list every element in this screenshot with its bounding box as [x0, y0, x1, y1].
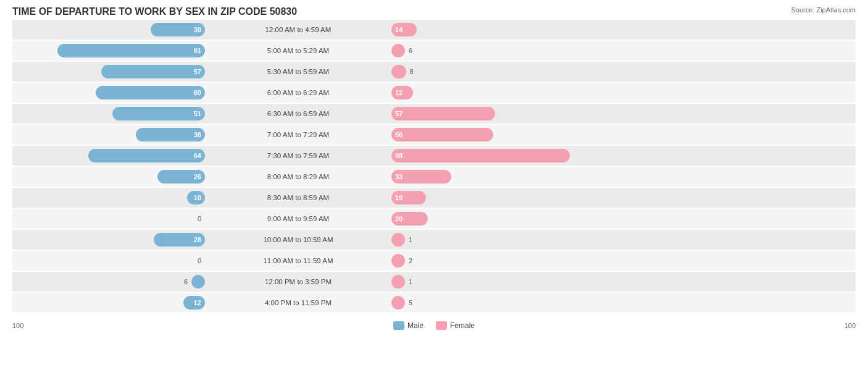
- female-bar: 56: [391, 128, 493, 141]
- chart-row: 011:00 AM to 11:59 AM2: [12, 251, 856, 271]
- male-value-zero: 0: [198, 257, 201, 264]
- left-section: 0: [12, 257, 210, 264]
- female-value-outside: 5: [409, 299, 412, 306]
- right-section: 6: [386, 44, 584, 57]
- right-section: 20: [386, 212, 584, 226]
- time-label: 7:30 AM to 7:59 AM: [210, 152, 386, 159]
- male-bar: 12: [183, 296, 205, 310]
- male-bar: 64: [88, 149, 205, 162]
- axis-right-label: 100: [825, 322, 856, 329]
- left-section: 30: [12, 23, 210, 36]
- female-bar: 20: [391, 212, 428, 226]
- right-section: 98: [386, 149, 584, 162]
- left-section: 10: [12, 191, 210, 205]
- male-bar: 26: [157, 170, 205, 184]
- female-bar: 14: [391, 23, 417, 36]
- right-section: 5: [386, 296, 584, 310]
- chart-row: 606:00 AM to 6:29 AM12: [12, 83, 856, 103]
- female-value-outside: 1: [409, 236, 412, 243]
- left-section: 57: [12, 65, 210, 78]
- right-section: 19: [386, 191, 584, 205]
- female-value-outside: 2: [409, 257, 412, 264]
- female-bar: [391, 254, 405, 268]
- chart-row: 09:00 AM to 9:59 AM20: [12, 209, 856, 229]
- time-label: 10:00 AM to 10:59 AM: [210, 236, 386, 243]
- chart-title: TIME OF DEPARTURE TO WORK BY SEX IN ZIP …: [12, 6, 856, 17]
- right-section: 57: [386, 107, 584, 120]
- male-value-outside: 6: [184, 278, 188, 285]
- male-bar: 51: [112, 107, 205, 120]
- legend-female: Female: [436, 321, 475, 330]
- chart-row: 647:30 AM to 7:59 AM98: [12, 146, 856, 166]
- chart-row: 612:00 PM to 3:59 PM1: [12, 272, 856, 292]
- left-section: 38: [12, 128, 210, 141]
- left-section: 60: [12, 86, 210, 99]
- chart-legend: Male Female: [393, 321, 475, 330]
- female-bar: [391, 275, 405, 289]
- legend-female-box: [436, 321, 447, 330]
- left-section: 26: [12, 170, 210, 184]
- female-value-outside: 6: [409, 47, 412, 54]
- right-section: 14: [386, 23, 584, 36]
- left-section: 12: [12, 296, 210, 310]
- right-section: 33: [386, 170, 584, 184]
- right-section: 1: [386, 233, 584, 247]
- legend-female-label: Female: [450, 321, 475, 330]
- left-section: 64: [12, 149, 210, 162]
- chart-source: Source: ZipAtlas.com: [791, 6, 856, 14]
- chart-row: 3012:00 AM to 4:59 AM14: [12, 20, 856, 40]
- time-label: 11:00 AM to 11:59 AM: [210, 257, 386, 264]
- time-label: 9:00 AM to 9:59 AM: [210, 215, 386, 222]
- chart-row: 108:30 AM to 8:59 AM19: [12, 188, 856, 208]
- male-bar: [191, 275, 205, 289]
- chart-container: TIME OF DEPARTURE TO WORK BY SEX IN ZIP …: [0, 0, 868, 367]
- legend-male-box: [393, 321, 404, 330]
- legend-male-label: Male: [407, 321, 424, 330]
- right-section: 8: [386, 65, 584, 78]
- right-section: 56: [386, 128, 584, 141]
- left-section: 0: [12, 215, 210, 222]
- left-section: 6: [12, 275, 210, 289]
- female-bar: [391, 233, 405, 247]
- female-bar: [391, 65, 406, 78]
- chart-row: 387:00 AM to 7:29 AM56: [12, 125, 856, 145]
- right-section: 12: [386, 86, 584, 99]
- male-value-zero: 0: [198, 215, 201, 222]
- chart-row: 2810:00 AM to 10:59 AM1: [12, 230, 856, 250]
- male-bar: 30: [151, 23, 206, 36]
- chart-row: 124:00 PM to 11:59 PM5: [12, 293, 856, 313]
- chart-row: 516:30 AM to 6:59 AM57: [12, 104, 856, 124]
- chart-row: 815:00 AM to 5:29 AM6: [12, 41, 856, 61]
- male-bar: 57: [101, 65, 205, 78]
- right-section: 2: [386, 254, 584, 268]
- right-section: 1: [386, 275, 584, 289]
- female-bar: 57: [391, 107, 495, 120]
- male-bar: 10: [187, 191, 206, 205]
- axis-left-label: 100: [12, 322, 43, 329]
- time-label: 7:00 AM to 7:29 AM: [210, 131, 386, 138]
- left-section: 81: [12, 44, 210, 57]
- chart-area: 3012:00 AM to 4:59 AM14815:00 AM to 5:29…: [12, 20, 856, 319]
- male-bar: 38: [136, 128, 205, 141]
- time-label: 12:00 PM to 3:59 PM: [210, 278, 386, 285]
- chart-row: 575:30 AM to 5:59 AM8: [12, 62, 856, 82]
- time-label: 6:00 AM to 6:29 AM: [210, 89, 386, 96]
- time-label: 12:00 AM to 4:59 AM: [210, 26, 386, 33]
- left-section: 51: [12, 107, 210, 120]
- male-bar: 81: [57, 44, 205, 57]
- chart-row: 268:00 AM to 8:29 AM33: [12, 167, 856, 187]
- time-label: 4:00 PM to 11:59 PM: [210, 299, 386, 306]
- female-value-outside: 1: [409, 278, 412, 285]
- female-bar: 19: [391, 191, 426, 205]
- legend-male: Male: [393, 321, 424, 330]
- male-bar: 60: [96, 86, 205, 99]
- time-label: 5:00 AM to 5:29 AM: [210, 47, 386, 54]
- time-label: 8:30 AM to 8:59 AM: [210, 194, 386, 201]
- female-bar: 98: [391, 149, 570, 162]
- female-value-outside: 8: [410, 68, 414, 75]
- female-bar: 12: [391, 86, 413, 99]
- left-section: 28: [12, 233, 210, 247]
- chart-footer: 100 Male Female 100: [12, 321, 856, 330]
- male-bar: 28: [154, 233, 205, 247]
- time-label: 5:30 AM to 5:59 AM: [210, 68, 386, 75]
